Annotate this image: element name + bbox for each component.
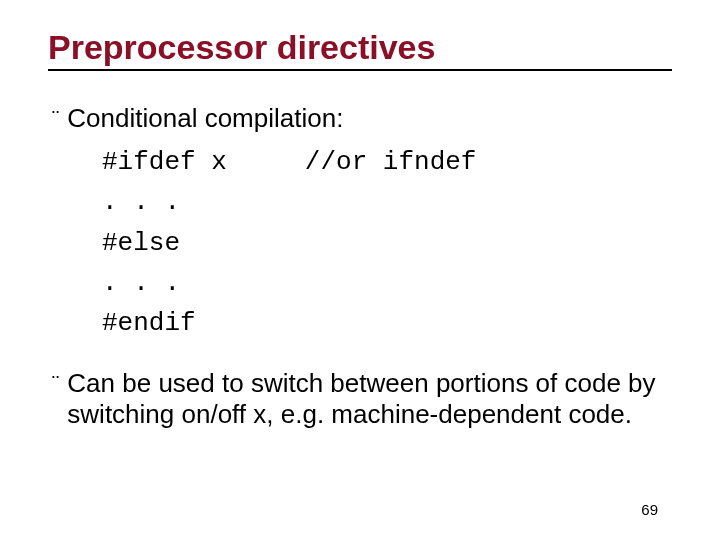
- bullet-icon: ¨: [52, 106, 59, 132]
- slide-title: Preprocessor directives: [48, 28, 672, 71]
- code-line: . . .: [102, 187, 180, 217]
- code-block: #ifdef x //or ifndef . . . #else . . . #…: [102, 142, 672, 343]
- bullet-text: Conditional compilation:: [67, 103, 343, 134]
- code-line: #endif: [102, 308, 196, 338]
- bullet-conditional-compilation: ¨ Conditional compilation:: [52, 103, 672, 134]
- code-line: #ifdef x //or ifndef: [102, 147, 476, 177]
- code-line: . . .: [102, 268, 180, 298]
- code-line: #else: [102, 228, 180, 258]
- bullet-icon: ¨: [52, 371, 59, 397]
- bullet-text: Can be used to switch between portions o…: [67, 368, 672, 430]
- bullet-usage: ¨ Can be used to switch between portions…: [52, 368, 672, 430]
- page-number: 69: [641, 501, 658, 518]
